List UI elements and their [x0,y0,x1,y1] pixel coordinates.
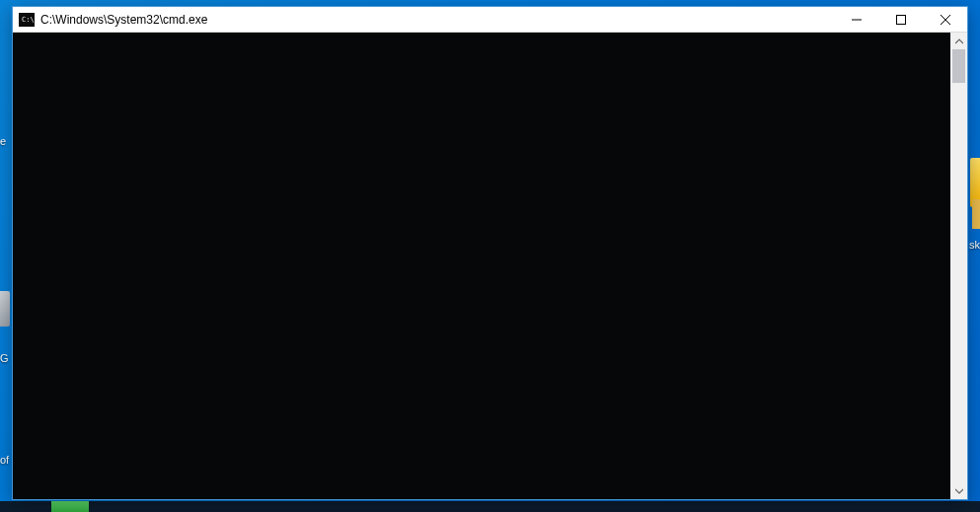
desktop-label-fragment: of [0,454,9,466]
desktop-icon-fragment [0,291,10,327]
maximize-button[interactable] [878,7,923,33]
close-icon [941,15,950,25]
minimize-icon [852,15,862,25]
taskbar-item[interactable] [51,501,89,512]
titlebar[interactable]: C:\ C:\Windows\System32\cmd.exe [13,7,967,33]
desktop-label-fragment: sk [969,239,980,251]
chevron-down-icon [955,487,963,495]
svg-rect-3 [896,16,905,25]
console-output[interactable] [13,33,950,499]
taskbar[interactable] [0,501,980,512]
scroll-track[interactable] [950,49,967,482]
cmd-icon: C:\ [19,12,35,28]
svg-text:C:\: C:\ [22,16,35,24]
desktop-label-fragment: G [0,352,9,364]
scroll-down-button[interactable] [950,482,967,499]
minimize-button[interactable] [834,7,878,33]
desktop-icon-fragment [972,199,980,229]
maximize-icon [896,15,906,25]
cmd-window: C:\ C:\Windows\System32\cmd.exe [12,6,968,500]
close-button[interactable] [923,7,967,33]
scroll-up-button[interactable] [950,33,967,49]
window-controls [834,7,967,32]
client-area [13,33,967,499]
window-title: C:\Windows\System32\cmd.exe [40,7,207,33]
vertical-scrollbar[interactable] [950,33,967,499]
desktop-label-fragment: e [0,135,6,147]
scroll-thumb[interactable] [952,49,965,83]
chevron-up-icon [955,37,963,45]
